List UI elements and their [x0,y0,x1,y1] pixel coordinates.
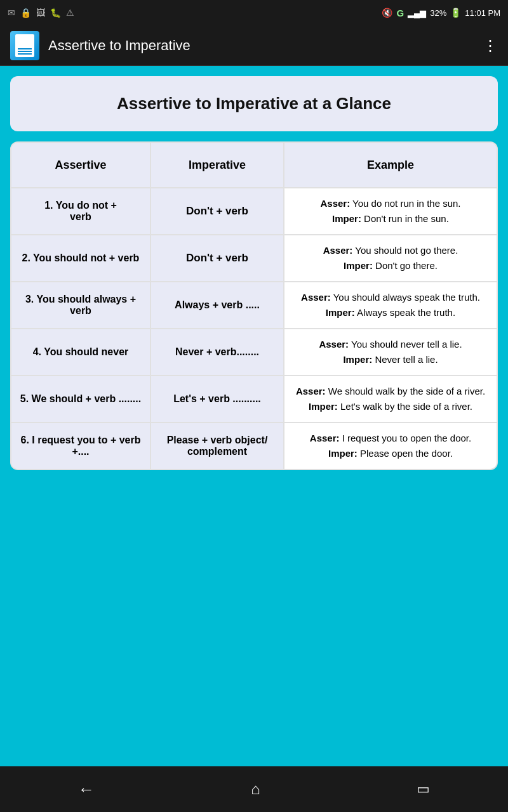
overflow-menu-button[interactable]: ⋮ [483,37,498,55]
table-row: 3. You should always + verb Always + ver… [11,282,497,329]
back-button[interactable]: ← [65,775,107,804]
assertive-1: 1. You do not +verb [11,188,151,234]
bug-icon: 🐛 [50,8,61,18]
top-bar: Assertive to Imperative ⋮ [0,25,508,66]
imperative-3: Always + verb ..... [151,282,284,328]
battery-icon: 🔋 [450,8,461,18]
imperative-2: Don't + verb [151,235,284,281]
example-5: Asser: We should walk by the side of a r… [284,376,497,422]
table-row: 1. You do not +verb Don't + verb Asser: … [11,188,497,235]
example-4: Asser: You should never tell a lie. Impe… [284,329,497,375]
assertive-2: 2. You should not + verb [11,235,151,281]
recent-apps-button[interactable]: ▭ [404,776,443,802]
data-table: Assertive Imperative Example 1. You do n… [10,141,498,470]
example-2-text: Asser: You should not go there. Imper: D… [293,243,488,273]
example-6: Asser: I request you to open the door. I… [284,423,497,469]
bottom-navigation: ← ⌂ ▭ [0,766,508,812]
assertive-5: 5. We should + verb ........ [11,376,151,422]
home-button[interactable]: ⌂ [238,775,273,803]
main-content: Assertive to Imperative at a Glance Asse… [0,66,508,766]
example-6-text: Asser: I request you to open the door. I… [293,431,488,461]
status-icons-right: 🔇 G ▂▄▆ 32% 🔋 11:01 PM [382,8,500,18]
table-row: 4. You should never Never + verb........… [11,329,497,376]
status-icons-left: ✉ 🔒 🖼 🐛 ⚠ [8,8,74,18]
imperative-4: Never + verb........ [151,329,284,375]
lock-icon: 🔒 [20,8,31,18]
example-5-text: Asser: We should walk by the side of a r… [293,384,488,414]
header-imperative: Imperative [151,143,284,187]
warning-icon: ⚠ [66,8,74,18]
message-icon: ✉ [8,8,15,18]
imperative-5: Let's + verb .......... [151,376,284,422]
example-3: Asser: You should always speak the truth… [284,282,497,328]
assertive-3: 3. You should always + verb [11,282,151,328]
signal-bars: ▂▄▆ [408,8,426,18]
time-display: 11:01 PM [465,8,500,18]
app-title: Assertive to Imperative [48,37,483,54]
header-card: Assertive to Imperative at a Glance [10,76,498,131]
example-3-text: Asser: You should always speak the truth… [293,290,488,320]
example-2: Asser: You should not go there. Imper: D… [284,235,497,281]
example-1: Asser: You do not run in the sun. Imper:… [284,188,497,234]
signal-text: G [396,8,404,18]
table-row: 2. You should not + verb Don't + verb As… [11,235,497,282]
imperative-1: Don't + verb [151,188,284,234]
app-icon-inner [15,34,34,57]
battery-text: 32% [430,8,446,18]
table-header-row: Assertive Imperative Example [11,143,497,188]
header-assertive: Assertive [11,143,151,187]
mute-icon: 🔇 [382,8,392,18]
page-heading: Assertive to Imperative at a Glance [23,94,485,114]
assertive-4: 4. You should never [11,329,151,375]
status-bar: ✉ 🔒 🖼 🐛 ⚠ 🔇 G ▂▄▆ 32% 🔋 11:01 PM [0,0,508,25]
header-example: Example [284,143,497,187]
imperative-6: Please + verb object/ complement [151,423,284,469]
image-icon: 🖼 [36,8,45,18]
assertive-6: 6. I request you to + verb +.... [11,423,151,469]
table-row: 6. I request you to + verb +.... Please … [11,423,497,469]
example-1-text: Asser: You do not run in the sun. Imper:… [293,196,488,226]
example-4-text: Asser: You should never tell a lie. Impe… [293,337,488,367]
table-row: 5. We should + verb ........ Let's + ver… [11,376,497,423]
app-icon [10,31,39,60]
